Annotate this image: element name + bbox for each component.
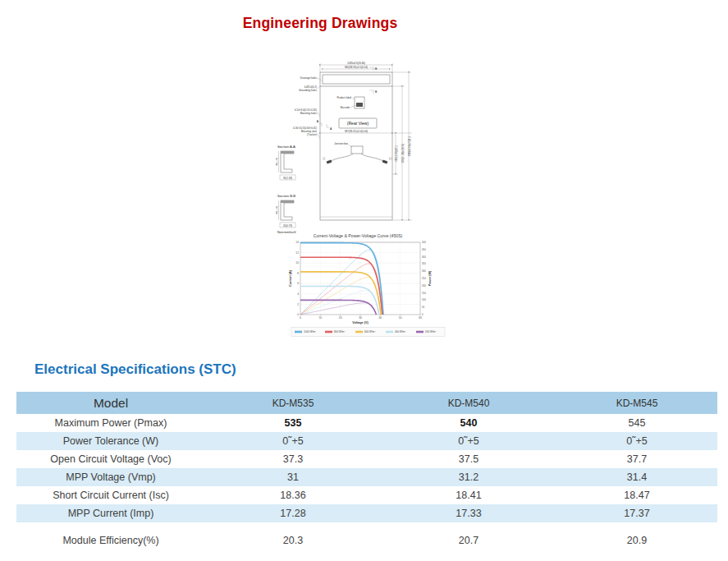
spec-value: 18.36 <box>205 486 381 504</box>
label-drainage-holes: Drainage holes <box>300 76 318 80</box>
spec-value: 31.2 <box>381 468 556 486</box>
spec-value: 17.33 <box>381 504 556 522</box>
spec-value: 37.3 <box>205 450 381 468</box>
spec-value: 20.9 <box>556 522 717 559</box>
y-right-tick: 300 <box>422 269 426 273</box>
spec-table-body: Maximum Power (Pmax)535540545Power Toler… <box>16 414 717 559</box>
junction-box <box>351 146 363 154</box>
y-left-axis-label: Current (A) <box>289 269 292 287</box>
iv-curve-chart: Current-Voltage & Power-Voltage Curve (4… <box>287 231 448 341</box>
label-mounting-2: Mounting holes <box>300 112 318 115</box>
page-title: Engineering Drawings <box>0 15 640 32</box>
section-b-title: Section B-B <box>277 194 295 198</box>
x-tick: 50 <box>399 316 402 320</box>
spec-row-label: Power Tolerance (W) <box>16 432 205 450</box>
y-right-tick: 250 <box>422 277 426 280</box>
y-right-tick: 0 <box>422 313 424 316</box>
y-left-tick: 2 <box>297 303 299 306</box>
spec-row-label: Module Efficiency(%) <box>16 522 205 559</box>
spec-value: 37.7 <box>556 450 717 468</box>
y-left-tick: 6 <box>297 282 299 285</box>
y-left-tick: 4 <box>297 292 299 296</box>
section-marker-b2: B <box>375 90 378 94</box>
section-a-title: Section A-A <box>277 145 295 149</box>
engineering-drawing: 1039±4.9(20.66) 980(38.58)±2.0(0.04) B B… <box>276 59 448 233</box>
spec-row-label: Short Circuit Current (Isc) <box>16 486 205 504</box>
top-frame-band <box>323 75 390 84</box>
spec-row: Module Efficiency(%)20.320.720.9 <box>16 522 717 559</box>
spec-row: Power Tolerance (W)0˜+50˜+50˜+5 <box>16 432 717 450</box>
spec-value: 17.37 <box>556 504 717 522</box>
section-marker-b1: B <box>375 67 378 71</box>
section-b-profile <box>281 200 294 220</box>
pv-curve <box>300 278 381 315</box>
spec-value: 18.47 <box>556 486 717 504</box>
spec-table-head: ModelKD-M535KD-M540KD-M545 <box>16 392 717 414</box>
y-right-tick: 200 <box>422 284 426 287</box>
spec-value: 17.28 <box>205 504 381 522</box>
y-right-tick: 450 <box>422 248 426 251</box>
spec-value: 545 <box>556 414 717 432</box>
cable-right <box>361 154 384 162</box>
x-tick: 0 <box>300 316 301 320</box>
label-grounding-2: Grounding holes <box>299 89 318 92</box>
x-tick: 60 <box>419 316 422 320</box>
spec-value: 0˜+5 <box>556 432 717 450</box>
legend-label: 1000 W/m² <box>304 330 316 333</box>
model-column-header: KD-M545 <box>556 392 717 414</box>
chart-title: Current-Voltage & Power-Voltage Curve (4… <box>314 233 403 238</box>
model-header: Model <box>16 392 205 414</box>
dim-inner-width: 997(39.25)±2.0(0.04) <box>345 130 368 133</box>
section-b-height: 30(1.18) <box>276 206 278 214</box>
spec-value: 535 <box>205 414 381 432</box>
y-right-tick: 500 <box>422 241 426 244</box>
spec-value: 37.5 <box>381 450 556 468</box>
section-a-height: 30(1.18) <box>276 158 278 166</box>
spec-header-row: ModelKD-M535KD-M540KD-M545 <box>16 392 717 414</box>
spec-row: Short Circuit Current (Isc)18.3618.4118.… <box>16 486 717 504</box>
x-tick: 40 <box>378 316 382 320</box>
dim-right-2: 1048(41.26)±4(0.16) <box>401 144 405 163</box>
spec-row-label: MPP Current (Imp) <box>16 504 205 522</box>
y-right-tick: 400 <box>422 255 426 259</box>
x-tick: 30 <box>359 316 362 320</box>
spec-row: Maximum Power (Pmax)535540545 <box>16 414 717 432</box>
label-slots-3: (Tracker) <box>307 133 317 136</box>
dim-right-1: 400(15.75)±(0.1) <box>395 145 398 161</box>
spec-table: ModelKD-M535KD-M540KD-M545 Maximum Power… <box>16 392 717 559</box>
x-tick: 10 <box>318 316 322 320</box>
spec-value: 540 <box>381 414 556 432</box>
y-right-tick: 350 <box>422 262 426 265</box>
y-right-tick: 50 <box>422 306 425 309</box>
barcode-icon <box>356 103 363 107</box>
dim-top-inner: 980(38.58)±2.0(0.04) <box>345 66 368 69</box>
spec-row: Open Circuit Voltage (Voc)37.337.537.7 <box>16 450 717 468</box>
spec-row: MPP Voltage (Vmp)3131.231.4 <box>16 468 717 486</box>
spec-value: 0˜+5 <box>205 432 381 450</box>
spec-heading: Electrical Specifications (STC) <box>34 361 236 378</box>
dim-top-outer: 1039±4.9(20.66) <box>347 62 365 65</box>
datasheet-page: Engineering Drawings 1039±4.9(20.66) 980… <box>0 0 728 561</box>
connector-left <box>327 160 332 164</box>
cable-left <box>330 154 353 162</box>
section-marker-a1: A <box>317 120 319 123</box>
y-right-axis-label: Power (W) <box>428 270 432 286</box>
legend-label: 400 W/m² <box>395 330 405 333</box>
spec-value: 20.7 <box>381 522 556 559</box>
spec-row-label: Maximum Power (Pmax) <box>16 414 205 432</box>
y-left-tick: 0 <box>297 313 299 316</box>
label-cable-pos: (+) <box>389 157 391 160</box>
label-product-label: Product label <box>337 96 351 99</box>
legend-label: 600 W/m² <box>364 330 375 333</box>
iv-curve <box>300 272 381 315</box>
legend-label: 800 W/m² <box>334 330 345 333</box>
spec-value: 0˜+5 <box>381 432 556 450</box>
y-left-tick: 14 <box>295 241 299 244</box>
y-left-tick: 10 <box>295 261 299 264</box>
y-left-tick: 12 <box>295 251 299 255</box>
legend-label: 200 W/m² <box>425 330 436 333</box>
spec-value: 18.41 <box>381 486 556 504</box>
rear-view-label: (Rear View) <box>347 121 369 126</box>
pv-curve <box>300 303 376 315</box>
label-cable-neg: (-) <box>323 157 325 160</box>
